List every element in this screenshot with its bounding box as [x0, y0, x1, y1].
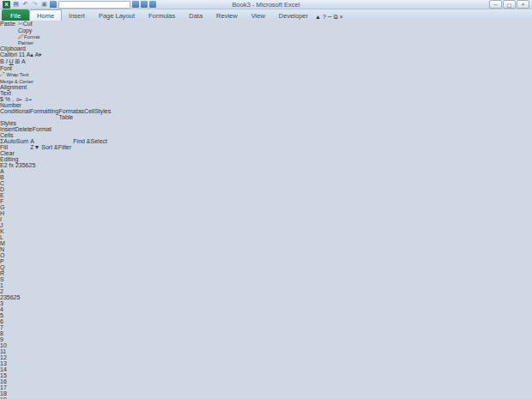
row-header-5[interactable]: 5 — [0, 312, 532, 318]
minimize-button[interactable]: ─ — [489, 0, 502, 9]
row-header-8[interactable]: 8 — [0, 330, 532, 336]
row-header-11[interactable]: 11 — [0, 348, 532, 354]
tab-formulas[interactable]: Formulas — [142, 9, 182, 21]
cut-button[interactable]: ✂Cut — [18, 21, 53, 27]
column-header-A[interactable]: A — [0, 168, 27, 174]
active-cell-E2[interactable]: 235625 — [0, 294, 40, 300]
tab-developer[interactable]: Developer — [272, 9, 315, 21]
workbook-close-icon[interactable]: × — [340, 14, 343, 20]
sort-filter-button[interactable]: AZ▼ Sort &Filter — [30, 138, 71, 156]
row-header-18[interactable]: 18 — [0, 390, 532, 396]
tab-data[interactable]: Data — [182, 9, 209, 21]
column-header-F[interactable]: F — [0, 198, 26, 204]
font-size-combo[interactable]: 11 — [19, 51, 25, 57]
row-header-15[interactable]: 15 — [0, 372, 532, 378]
workbook-minimize-icon[interactable]: ─ — [328, 14, 332, 20]
maximize-button[interactable]: ▢ — [503, 0, 516, 9]
print-preview-icon[interactable]: ▣ — [40, 1, 48, 9]
help-icon[interactable]: ? — [323, 14, 326, 20]
column-header-C[interactable]: C — [0, 180, 27, 186]
column-header-I[interactable]: I — [0, 216, 26, 222]
column-header-L[interactable]: L — [0, 234, 26, 240]
tab-view[interactable]: View — [245, 9, 272, 21]
fill-button[interactable]: Fill — [0, 144, 28, 150]
row-header-10[interactable]: 10 — [0, 342, 532, 348]
delete-cells-button[interactable]: Delete — [15, 126, 33, 132]
qat-customize-icon[interactable] — [158, 1, 166, 9]
insert-cells-button[interactable]: Insert — [0, 126, 15, 132]
accounting-format-icon[interactable]: $ — [0, 96, 3, 102]
save-icon[interactable]: ▤ — [12, 1, 20, 9]
document-icon[interactable] — [50, 1, 57, 8]
column-header-K[interactable]: K — [0, 228, 26, 234]
undo-icon[interactable]: ↶ — [21, 1, 29, 9]
font-color-icon[interactable]: A — [21, 58, 26, 64]
qat-addin-icon-3[interactable] — [149, 1, 156, 8]
format-cells-button[interactable]: Format — [33, 126, 51, 132]
tab-home[interactable]: Home — [29, 9, 62, 21]
qat-combo-box[interactable] — [58, 1, 130, 9]
grow-font-icon[interactable]: A▴ — [27, 51, 33, 57]
autosum-button[interactable]: ΣAutoSum — [0, 138, 28, 144]
number-format-combo[interactable]: Text — [0, 90, 11, 96]
tab-review[interactable]: Review — [209, 9, 245, 21]
number-group: Text $ % , .0⇤ .0⇥ Number — [0, 90, 55, 108]
percent-style-icon[interactable]: % — [5, 96, 10, 102]
orientation-icon[interactable]: ⤢ — [0, 71, 5, 77]
workbook-restore-icon[interactable]: ⧉ — [334, 14, 338, 20]
close-button[interactable]: × — [517, 0, 529, 9]
row-header-2[interactable]: 2 — [0, 288, 532, 294]
row-header-12[interactable]: 12 — [0, 354, 532, 360]
underline-button[interactable]: U — [9, 58, 14, 64]
insert-function-icon[interactable]: fx — [9, 162, 14, 168]
format-painter-button[interactable]: 🖉Format Painter — [18, 33, 53, 45]
tab-page-layout[interactable]: Page Layout — [92, 9, 142, 21]
column-header-R[interactable]: R — [0, 270, 26, 276]
redo-icon[interactable]: ↷ — [31, 1, 39, 9]
column-header-B[interactable]: B — [0, 174, 27, 180]
collapse-ribbon-icon[interactable]: ▲ — [315, 14, 321, 20]
decrease-decimal-icon[interactable]: .0⇥ — [24, 97, 31, 102]
row-header-3[interactable]: 3 — [0, 300, 532, 306]
row-header-17[interactable]: 17 — [0, 384, 532, 390]
row-header-7[interactable]: 7 — [0, 324, 532, 330]
clear-button[interactable]: Clear — [0, 150, 28, 156]
qat-addin-icon-2[interactable] — [141, 1, 148, 8]
borders-icon[interactable]: ⊞ — [15, 58, 21, 64]
row-header-6[interactable]: 6 — [0, 318, 532, 324]
row-header-1[interactable]: 1 — [0, 282, 532, 288]
column-header-J[interactable]: J — [0, 222, 26, 228]
wrap-text-button[interactable]: Wrap Text — [7, 72, 29, 77]
shrink-font-icon[interactable]: A▾ — [35, 51, 42, 57]
column-header-N[interactable]: N — [0, 246, 26, 252]
find-select-button[interactable]: Find &Select — [73, 138, 107, 156]
row-header-14[interactable]: 14 — [0, 366, 532, 372]
column-header-D[interactable]: D — [0, 186, 27, 192]
formula-input[interactable]: 235625 — [15, 162, 35, 168]
row-header-16[interactable]: 16 — [0, 378, 532, 384]
row-header-4[interactable]: 4 — [0, 306, 532, 312]
column-header-E[interactable]: E — [0, 192, 40, 198]
italic-button[interactable]: I — [6, 58, 8, 64]
column-header-Q[interactable]: Q — [0, 264, 26, 270]
copy-button[interactable]: Copy — [18, 27, 53, 33]
comma-style-icon[interactable]: , — [12, 96, 14, 102]
qat-addin-icon-1[interactable] — [132, 1, 139, 8]
bold-button[interactable]: B — [0, 58, 4, 64]
column-header-P[interactable]: P — [0, 258, 26, 264]
format-as-table-button[interactable]: Formatas Table — [59, 108, 85, 120]
cell-styles-button[interactable]: CellStyles — [84, 108, 111, 120]
tab-insert[interactable]: Insert — [62, 9, 92, 21]
tab-file[interactable]: File — [2, 9, 29, 21]
paste-button[interactable]: Paste — [0, 21, 15, 45]
font-family-combo[interactable]: Calibri — [0, 51, 17, 57]
column-header-M[interactable]: M — [0, 240, 26, 246]
column-header-G[interactable]: G — [0, 204, 26, 210]
column-header-S[interactable]: S — [0, 276, 26, 282]
name-box[interactable]: E2 — [0, 162, 8, 168]
column-header-H[interactable]: H — [0, 210, 26, 216]
row-header-13[interactable]: 13 — [0, 360, 532, 366]
conditional-formatting-button[interactable]: ConditionalFormatting — [0, 108, 59, 120]
row-header-9[interactable]: 9 — [0, 336, 532, 342]
column-header-O[interactable]: O — [0, 252, 26, 258]
